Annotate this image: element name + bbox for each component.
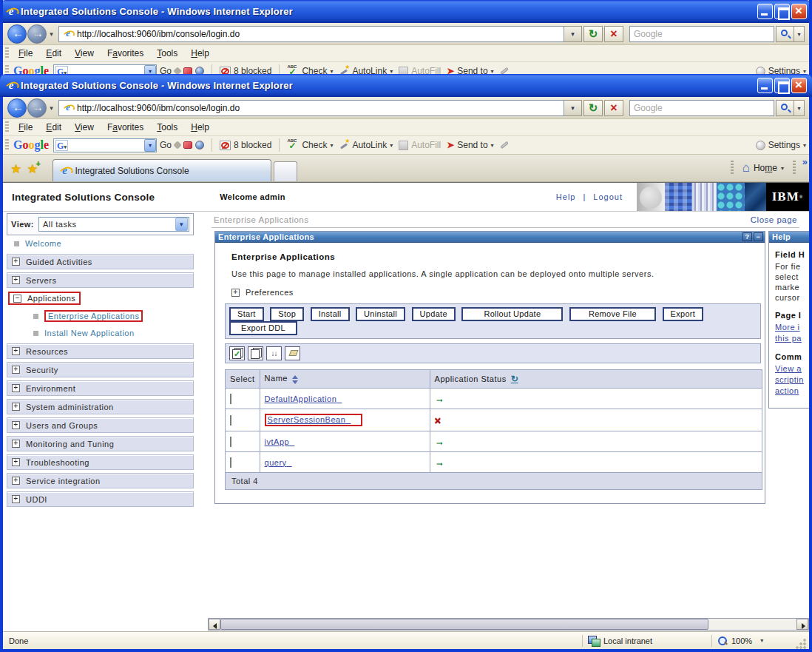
title-bar[interactable]: e Integrated Solutions Console - Windows… xyxy=(0,0,812,23)
menu-tools[interactable]: Tools xyxy=(150,47,184,60)
home-button[interactable]: ⌂ Home ▾ xyxy=(740,161,787,175)
zoom-dropdown-icon[interactable]: ▾ xyxy=(760,637,763,644)
url-field[interactable]: e http://localhost:9060/ibm/console/logi… xyxy=(58,100,564,116)
toolbar-overflow-icon[interactable]: » xyxy=(802,156,808,167)
forward-button[interactable] xyxy=(27,98,47,118)
web-search-box[interactable] xyxy=(629,26,774,42)
search-button[interactable] xyxy=(776,100,794,116)
sidebar-section-system-administration[interactable]: System administration xyxy=(7,399,194,414)
earth-icon[interactable] xyxy=(195,67,204,74)
menu-favorites[interactable]: Favorites xyxy=(101,121,150,134)
news-icon[interactable] xyxy=(183,67,192,74)
expand-icon[interactable] xyxy=(12,477,20,485)
expand-icon[interactable] xyxy=(12,403,20,411)
app-link-ivtapp[interactable]: ivtApp xyxy=(265,437,295,446)
app-link-query[interactable]: query xyxy=(265,458,292,467)
start-button[interactable]: Start xyxy=(229,307,264,321)
install-button[interactable]: Install xyxy=(311,307,350,321)
menu-view[interactable]: View xyxy=(68,121,101,134)
sidebar-section-troubleshooting[interactable]: Troubleshooting xyxy=(7,454,194,470)
sendto-button[interactable]: ➤Send to▾ xyxy=(444,140,496,150)
address-dropdown-icon[interactable]: ▾ xyxy=(564,100,582,116)
sidebar-section-security[interactable]: Security xyxy=(7,362,194,377)
add-favorite-icon[interactable]: ★ xyxy=(27,161,38,177)
search-options-icon[interactable]: ▾ xyxy=(794,100,805,116)
scrollbar-thumb[interactable] xyxy=(220,619,708,630)
highlighter-button[interactable] xyxy=(497,70,512,73)
uninstall-button[interactable]: Uninstall xyxy=(356,307,405,321)
row-checkbox[interactable] xyxy=(230,394,231,404)
export-button[interactable]: Export xyxy=(663,307,704,321)
deselect-all-icon[interactable] xyxy=(248,346,263,360)
expand-icon[interactable] xyxy=(12,276,20,284)
expand-icon[interactable] xyxy=(12,347,20,355)
expand-icon[interactable] xyxy=(12,384,20,392)
column-application-status[interactable]: Application Status xyxy=(430,370,762,389)
toolbar-grip[interactable] xyxy=(5,47,9,58)
forward-button[interactable] xyxy=(27,24,47,44)
expand-icon[interactable] xyxy=(231,289,240,297)
sidebar-section-resources[interactable]: Resources xyxy=(7,343,194,359)
expand-icon[interactable] xyxy=(12,440,20,448)
address-dropdown-icon[interactable]: ▾ xyxy=(564,26,582,42)
spellcheck-button[interactable]: Check▾ xyxy=(284,140,336,150)
export-ddl-button[interactable]: Export DDL xyxy=(229,321,297,335)
view-select[interactable]: All tasks ▼ xyxy=(38,217,189,232)
autofill-button[interactable]: AutoFill xyxy=(396,140,444,150)
sort-icon[interactable] xyxy=(292,375,298,384)
refresh-icon[interactable] xyxy=(583,100,603,116)
command-assist-link[interactable]: action xyxy=(775,386,809,395)
command-assist-link[interactable]: View a xyxy=(775,364,809,373)
column-name[interactable]: Name xyxy=(260,370,430,389)
sidebar-section-guided-activities[interactable]: Guided Activities xyxy=(7,254,194,269)
url-field[interactable]: e http://localhost:9060/ibm/console/logi… xyxy=(58,26,564,42)
close-button[interactable] xyxy=(791,4,807,19)
back-button[interactable] xyxy=(7,98,27,118)
search-input[interactable] xyxy=(630,103,774,113)
google-search-box[interactable]: G ▾ xyxy=(53,138,157,152)
maximize-button[interactable] xyxy=(774,78,790,93)
close-page-link[interactable]: Close page xyxy=(751,215,797,224)
toolbar-grip[interactable] xyxy=(5,65,9,74)
menu-file[interactable]: File xyxy=(12,121,39,134)
title-bar[interactable]: e Integrated Solutions Console - Windows… xyxy=(0,74,812,97)
sidebar-section-uddi[interactable]: UDDI xyxy=(7,491,194,507)
app-link-serversessionbean[interactable]: ServerSessionBean xyxy=(268,415,351,424)
page-help-link[interactable]: More i xyxy=(775,323,809,332)
recent-pages-icon[interactable]: ▾ xyxy=(47,30,56,38)
clear-filter-icon[interactable] xyxy=(285,346,300,360)
popup-blocker-button[interactable]: 8 blocked xyxy=(217,66,274,74)
app-link-defaultapplication[interactable]: DefaultApplication xyxy=(265,394,342,403)
google-go-button[interactable]: Go xyxy=(157,140,207,150)
panel-minimize-button[interactable]: − xyxy=(754,232,763,241)
menu-edit[interactable]: Edit xyxy=(39,121,68,134)
sidebar-item-enterprise-applications[interactable]: Enterprise Applications xyxy=(26,306,194,325)
new-tab-button[interactable] xyxy=(274,161,297,181)
earth-icon[interactable] xyxy=(195,141,204,149)
web-search-box[interactable] xyxy=(629,100,774,116)
sidebar-section-monitoring-and-tuning[interactable]: Monitoring and Tuning xyxy=(7,436,194,451)
expand-icon[interactable] xyxy=(12,366,20,374)
close-button[interactable] xyxy=(791,78,807,93)
minimize-button[interactable] xyxy=(757,78,773,93)
help-link[interactable]: Help xyxy=(556,192,576,201)
maximize-button[interactable] xyxy=(774,4,790,19)
row-checkbox[interactable] xyxy=(230,457,231,468)
google-g-icon[interactable]: G xyxy=(55,140,68,151)
stop-button[interactable]: Stop xyxy=(270,307,304,321)
menu-tools[interactable]: Tools xyxy=(150,121,184,134)
horizontal-scrollbar[interactable] xyxy=(208,618,809,631)
stop-icon[interactable] xyxy=(604,100,623,116)
sidebar-section-servers[interactable]: Servers xyxy=(7,272,194,288)
sidebar-section-applications[interactable]: Applications xyxy=(8,292,194,305)
expand-icon[interactable] xyxy=(12,258,20,266)
menu-help[interactable]: Help xyxy=(184,121,216,134)
page-help-link[interactable]: this pa xyxy=(775,334,809,343)
menu-file[interactable]: File xyxy=(12,47,39,60)
menu-favorites[interactable]: Favorites xyxy=(101,47,150,60)
sendto-button[interactable]: ➤Send to▾ xyxy=(444,66,496,74)
toolbar-grip[interactable] xyxy=(5,121,9,132)
logout-link[interactable]: Logout xyxy=(593,192,623,201)
settings-button[interactable]: Settings▾ xyxy=(753,140,809,150)
back-button[interactable] xyxy=(7,24,27,44)
